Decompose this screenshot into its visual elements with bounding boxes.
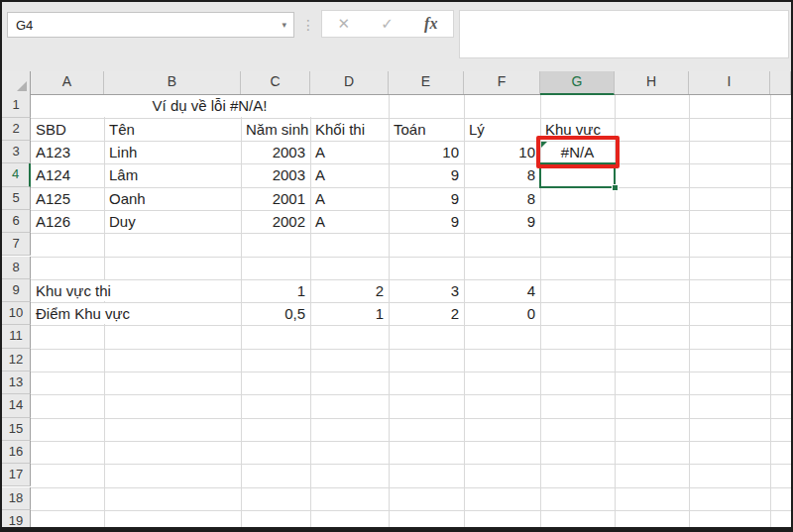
row-header-8[interactable]: 8 [2,257,31,279]
enter-icon[interactable]: ✓ [381,15,394,33]
cell-A9[interactable]: Khu vực thi [32,280,240,301]
cell-C6[interactable]: 2002 [242,211,309,232]
cell-F3[interactable]: 10 [465,142,539,162]
sheet-grid[interactable]: ABCDEFGHI12345678910111213141516171819Ví… [2,71,791,527]
formula-buttons: ✕ ✓ fx [321,10,454,38]
column-header-G[interactable]: G [540,71,615,95]
gridline [31,418,791,419]
cell-D2[interactable]: Khối thi [311,119,388,140]
row-header-18[interactable]: 18 [2,487,31,510]
cell-B3[interactable]: Linh [105,142,240,162]
cell-A6[interactable]: A126 [32,211,103,232]
select-all-corner[interactable] [2,71,31,94]
gridline [31,257,791,258]
column-header-C[interactable]: C [241,71,310,94]
cell-B5[interactable]: Oanh [105,188,240,209]
cell-F4[interactable]: 8 [465,164,539,185]
cell-C4[interactable]: 2003 [242,164,309,185]
row-header-19[interactable]: 19 [2,510,31,527]
row-header-4[interactable]: 4 [2,163,31,186]
cell-D10[interactable]: 1 [311,303,388,324]
gridline [31,233,791,234]
cell-A2[interactable]: SBD [32,119,103,140]
cell-E3[interactable]: 10 [390,142,463,162]
column-header-F[interactable]: F [464,71,540,94]
insert-function-icon[interactable]: fx [424,15,437,33]
row-header-9[interactable]: 9 [2,279,31,302]
cell-F6[interactable]: 9 [465,211,539,232]
cancel-icon[interactable]: ✕ [338,15,351,33]
cell-A10[interactable]: Điểm Khu vực [32,303,240,324]
row-header-13[interactable]: 13 [2,372,31,394]
cell-E6[interactable]: 9 [390,211,463,232]
gridline [31,372,791,372]
gridline [689,94,690,527]
cell-C5[interactable]: 2001 [242,188,309,209]
error-annotation-box [536,136,620,168]
cell-D9[interactable]: 2 [311,280,388,301]
cell-A3[interactable]: A123 [32,142,103,162]
column-header-I[interactable]: I [689,71,770,94]
row-header-14[interactable]: 14 [2,394,31,417]
cell-F5[interactable]: 8 [465,188,539,209]
gridline [31,394,791,395]
gridline [31,464,791,465]
cell-F9[interactable]: 4 [465,280,539,301]
row-header-1[interactable]: 1 [2,94,31,117]
cell-E4[interactable]: 9 [390,164,463,185]
chevron-down-icon[interactable]: ▾ [282,20,293,30]
row-header-5[interactable]: 5 [2,187,31,210]
row-header-10[interactable]: 10 [2,302,31,325]
cell-D3[interactable]: A [311,142,388,162]
cell-F10[interactable]: 0 [465,303,539,324]
cell-F2[interactable]: Lý [465,119,539,140]
column-header-B[interactable]: B [104,71,241,94]
row-header-11[interactable]: 11 [2,325,31,348]
select-all-triangle-icon [17,81,27,91]
row-header-15[interactable]: 15 [2,418,31,441]
gridline [31,441,791,442]
cell-A1[interactable]: Ví dụ về lỗi #N/A! [32,95,388,116]
gridline [770,94,771,527]
row-header-16[interactable]: 16 [2,441,31,464]
cell-E2[interactable]: Toán [390,119,463,140]
cell-C9[interactable]: 1 [242,280,309,301]
excel-window: G4 ▾ ⋮ ✕ ✓ fx ABCDEFGHI12345678910111213… [0,0,793,532]
row-header-3[interactable]: 3 [2,141,31,163]
name-box-value: G4 [8,18,282,33]
cell-C10[interactable]: 0,5 [242,303,309,324]
cell-C3[interactable]: 2003 [242,142,309,162]
row-header-7[interactable]: 7 [2,233,31,256]
cell-B4[interactable]: Lâm [105,164,240,185]
cell-D4[interactable]: A [311,164,388,185]
cell-E5[interactable]: 9 [390,188,463,209]
formula-bar-input[interactable] [459,10,789,58]
gridline [31,325,791,326]
column-header-A[interactable]: A [31,71,104,94]
formula-toolbar: G4 ▾ ⋮ ✕ ✓ fx [2,2,791,71]
cell-B6[interactable]: Duy [105,211,240,232]
column-header-partial[interactable] [770,71,791,94]
column-header-E[interactable]: E [389,71,464,94]
fill-handle[interactable] [612,184,619,191]
cell-B2[interactable]: Tên [105,119,240,140]
gridline [31,510,791,511]
gridline [31,349,791,350]
cell-E10[interactable]: 2 [390,303,463,324]
cell-C2[interactable]: Năm sinh [242,119,309,140]
name-box[interactable]: G4 ▾ [7,12,294,38]
gridline [31,487,791,488]
column-header-D[interactable]: D [310,71,389,94]
column-header-H[interactable]: H [615,71,689,94]
cell-A5[interactable]: A125 [32,188,103,209]
cell-D6[interactable]: A [311,211,388,232]
row-header-2[interactable]: 2 [2,118,31,141]
cell-E9[interactable]: 3 [390,280,463,301]
row-header-6[interactable]: 6 [2,210,31,233]
cell-A4[interactable]: A124 [32,164,103,185]
row-header-12[interactable]: 12 [2,349,31,372]
cell-D5[interactable]: A [311,188,388,209]
formula-bar-handle-icon[interactable]: ⋮ [301,18,315,32]
row-header-17[interactable]: 17 [2,464,31,486]
